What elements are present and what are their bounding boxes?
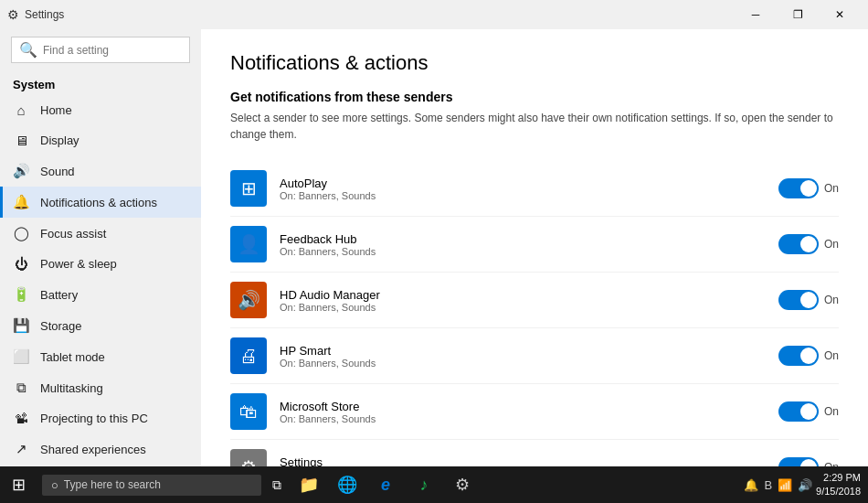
feedback-toggle-container: On bbox=[778, 234, 839, 254]
focus-icon: ◯ bbox=[13, 225, 29, 241]
settings-app-toggle[interactable] bbox=[778, 457, 819, 466]
sidebar-item-display[interactable]: 🖥 Display bbox=[0, 125, 201, 155]
notif-item-msstore[interactable]: 🛍 Microsoft Store On: Banners, Sounds On bbox=[230, 384, 839, 440]
taskbar-app-settings[interactable]: ⚙ bbox=[444, 466, 481, 503]
search-box[interactable]: 🔍 bbox=[11, 37, 190, 63]
hdaudio-icon: 🔊 bbox=[230, 282, 267, 318]
taskbar-app-chrome[interactable]: 🌐 bbox=[329, 466, 365, 503]
sidebar-item-home[interactable]: ⌂ Home bbox=[0, 95, 201, 125]
feedback-toggle[interactable] bbox=[778, 234, 819, 254]
autoplay-toggle-container: On bbox=[778, 178, 839, 198]
settings-app-toggle-container: On bbox=[778, 457, 839, 466]
settings-app-notif-icon: ⚙ bbox=[230, 449, 267, 466]
msstore-icon: 🛍 bbox=[230, 393, 267, 430]
display-icon: 🖥 bbox=[13, 133, 29, 148]
hpsmart-toggle-container: On bbox=[778, 346, 839, 366]
network-tray-icon[interactable]: 🔔 bbox=[744, 478, 758, 492]
taskbar-app-edge[interactable]: e bbox=[367, 466, 404, 503]
volume-tray-icon[interactable]: 🔊 bbox=[798, 478, 812, 492]
task-view-icon[interactable]: ⧉ bbox=[272, 477, 281, 493]
notif-item-autoplay[interactable]: ⊞ AutoPlay On: Banners, Sounds On bbox=[230, 161, 839, 217]
sidebar-item-tablet[interactable]: ⬜ Tablet mode bbox=[0, 341, 201, 372]
notif-item-settings-app[interactable]: ⚙ Settings On: Banners, Sounds On bbox=[230, 440, 839, 466]
hdaudio-info: HD Audio Manager On: Banners, Sounds bbox=[280, 288, 766, 313]
hdaudio-toggle[interactable] bbox=[778, 290, 819, 310]
tablet-icon: ⬜ bbox=[13, 348, 29, 365]
minimize-button[interactable]: ─ bbox=[735, 0, 777, 29]
hpsmart-icon: 🖨 bbox=[230, 337, 267, 374]
shared-icon: ↗ bbox=[13, 441, 29, 457]
title-bar-controls: ─ ❐ ✕ bbox=[735, 0, 861, 29]
autoplay-toggle[interactable] bbox=[778, 178, 819, 198]
notif-item-feedback[interactable]: 👤 Feedback Hub On: Banners, Sounds On bbox=[230, 217, 839, 273]
title-bar: ⚙ Settings ─ ❐ ✕ bbox=[0, 0, 868, 29]
search-input[interactable] bbox=[43, 44, 182, 57]
feedback-icon: 👤 bbox=[230, 226, 267, 262]
edge-icon: e bbox=[381, 476, 390, 495]
projecting-icon: 📽 bbox=[13, 411, 29, 426]
clock-time: 2:29 PM bbox=[816, 471, 861, 485]
battery-tray-icon[interactable]: B bbox=[764, 478, 772, 492]
sound-icon: 🔊 bbox=[13, 163, 29, 179]
hpsmart-info: HP Smart On: Banners, Sounds bbox=[280, 344, 766, 369]
sidebar-item-sound[interactable]: 🔊 Sound bbox=[0, 155, 201, 187]
sidebar-item-power[interactable]: ⏻ Power & sleep bbox=[0, 249, 201, 279]
settings-app-icon: ⚙ bbox=[7, 7, 19, 22]
start-button[interactable]: ⊞ bbox=[0, 466, 37, 503]
sidebar-item-label: Storage bbox=[40, 319, 82, 333]
autoplay-info: AutoPlay On: Banners, Sounds bbox=[280, 177, 766, 201]
taskbar-search-text: Type here to search bbox=[64, 478, 161, 491]
feedback-sub: On: Banners, Sounds bbox=[280, 246, 766, 257]
sidebar-item-label: Battery bbox=[40, 288, 78, 302]
feedback-name: Feedback Hub bbox=[280, 232, 766, 246]
hdaudio-toggle-label: On bbox=[824, 294, 839, 306]
sidebar-item-multitasking[interactable]: ⧉ Multitasking bbox=[0, 372, 201, 403]
section-title: Get notifications from these senders bbox=[230, 90, 839, 104]
systray: 🔔 B 📶 🔊 bbox=[744, 478, 812, 492]
taskbar-clock[interactable]: 2:29 PM 9/15/2018 bbox=[816, 471, 861, 499]
msstore-sub: On: Banners, Sounds bbox=[280, 413, 766, 424]
settings-app-info: Settings On: Banners, Sounds bbox=[280, 455, 766, 467]
battery-icon: 🔋 bbox=[13, 286, 29, 303]
sidebar-item-notifications[interactable]: 🔔 Notifications & actions bbox=[0, 187, 201, 218]
sidebar-item-label: Sound bbox=[40, 165, 75, 178]
sidebar-item-battery[interactable]: 🔋 Battery bbox=[0, 279, 201, 310]
autoplay-name: AutoPlay bbox=[280, 177, 766, 190]
taskbar-app-spotify[interactable]: ♪ bbox=[406, 466, 442, 503]
maximize-button[interactable]: ❐ bbox=[777, 0, 819, 29]
sidebar-item-projecting[interactable]: 📽 Projecting to this PC bbox=[0, 403, 201, 433]
msstore-toggle-label: On bbox=[824, 405, 839, 418]
msstore-info: Microsoft Store On: Banners, Sounds bbox=[280, 400, 766, 424]
msstore-toggle[interactable] bbox=[778, 401, 819, 422]
spotify-icon: ♪ bbox=[420, 476, 429, 495]
taskbar-search-cortana-icon: ○ bbox=[51, 478, 58, 492]
hpsmart-toggle-label: On bbox=[824, 349, 839, 362]
msstore-name: Microsoft Store bbox=[280, 400, 766, 413]
sidebar-item-shared[interactable]: ↗ Shared experiences bbox=[0, 433, 201, 465]
storage-icon: 💾 bbox=[13, 317, 29, 334]
hdaudio-toggle-container: On bbox=[778, 290, 839, 310]
notif-item-hdaudio[interactable]: 🔊 HD Audio Manager On: Banners, Sounds O… bbox=[230, 273, 839, 328]
windows-icon: ⊞ bbox=[12, 475, 26, 495]
main-panel: Notifications & actions Get notification… bbox=[201, 29, 868, 466]
sidebar-item-label: Tablet mode bbox=[40, 350, 105, 364]
settings-taskbar-icon: ⚙ bbox=[455, 475, 470, 495]
sidebar: 🔍 System ⌂ Home 🖥 Display 🔊 Sound 🔔 Noti… bbox=[0, 29, 201, 466]
settings-app-name: Settings bbox=[280, 455, 766, 467]
multitasking-icon: ⧉ bbox=[13, 380, 29, 396]
sidebar-item-focus[interactable]: ◯ Focus assist bbox=[0, 218, 201, 249]
feedback-toggle-label: On bbox=[824, 238, 839, 251]
hpsmart-toggle[interactable] bbox=[778, 346, 819, 366]
wifi-tray-icon[interactable]: 📶 bbox=[778, 478, 792, 492]
section-desc: Select a sender to see more settings. So… bbox=[230, 110, 839, 143]
close-button[interactable]: ✕ bbox=[819, 0, 861, 29]
sidebar-item-label: Home bbox=[40, 103, 72, 117]
chrome-icon: 🌐 bbox=[337, 475, 357, 495]
system-label: System bbox=[0, 70, 201, 95]
taskbar-app-explorer[interactable]: 📁 bbox=[291, 466, 327, 503]
taskbar-search[interactable]: ○ Type here to search bbox=[42, 475, 261, 496]
autoplay-icon: ⊞ bbox=[230, 170, 267, 207]
sidebar-item-storage[interactable]: 💾 Storage bbox=[0, 310, 201, 341]
sidebar-item-label: Display bbox=[40, 134, 79, 147]
notif-item-hpsmart[interactable]: 🖨 HP Smart On: Banners, Sounds On bbox=[230, 328, 839, 384]
